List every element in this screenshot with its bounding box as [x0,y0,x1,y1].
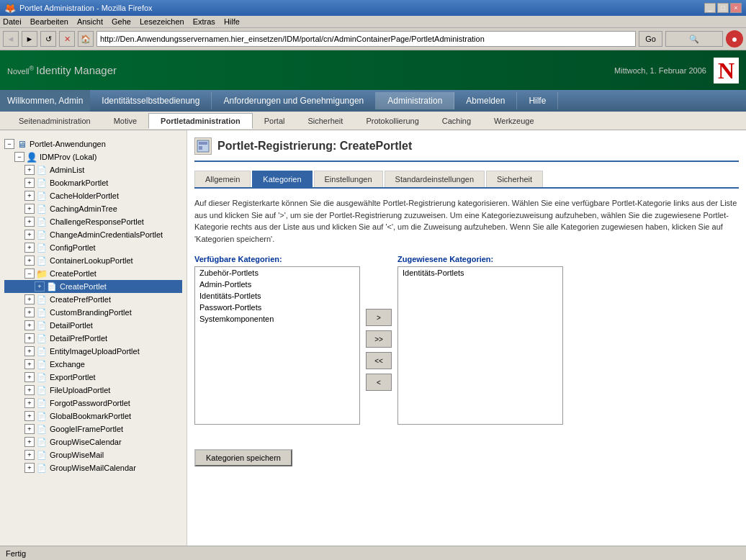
tree-entityimage[interactable]: + 📄 EntityImageUploadPortlet [4,345,182,358]
menu-ansicht[interactable]: Ansicht [77,17,103,26]
tree-export[interactable]: + 📄 ExportPortlet [4,371,182,384]
expand-icon-export[interactable]: + [24,372,35,382]
nav-item-requests[interactable]: Anforderungen und Genehmigungen [212,92,376,109]
nav-item-administration[interactable]: Administration [376,92,454,109]
assigned-item-identitat[interactable]: Identitäts-Portlets [398,267,562,279]
save-button[interactable]: Kategorien speichern [194,449,292,466]
assigned-list[interactable]: Identitäts-Portlets [397,266,563,425]
tab-kategorien[interactable]: Kategorien [252,171,312,187]
expand-icon-detailpref[interactable]: + [24,333,35,343]
expand-icon-createportlet-child[interactable]: + [35,281,45,292]
tree-changeadmin[interactable]: + 📄 ChangeAdminCredentialsPortlet [4,228,182,241]
expand-icon-custombranding[interactable]: + [24,307,35,317]
expand-icon-groupwisemailcal[interactable]: + [24,463,35,473]
tree-detail[interactable]: + 📄 DetailPortlet [4,319,182,332]
menu-hilfe[interactable]: Hilfe [224,17,240,26]
tree-detailpref[interactable]: + 📄 DetailPrefPortlet [4,332,182,345]
expand-icon-config[interactable]: + [24,243,35,253]
nav-item-identity[interactable]: Identitätsselbstbedienung [90,92,212,109]
tree-googleiframe[interactable]: + 📄 GoogleIFramePortlet [4,423,182,435]
expand-icon-root[interactable]: − [4,139,14,149]
tree-cachingtree[interactable]: + 📄 CachingAdminTree [4,202,182,215]
menu-gehe[interactable]: Gehe [112,17,131,26]
back-button[interactable]: ◄ [3,31,19,47]
maximize-button[interactable]: □ [717,3,729,13]
tab-einstellungen[interactable]: Einstellungen [314,171,383,187]
available-list[interactable]: Zubehör-Portlets Admin-Portlets Identitä… [194,266,360,425]
tree-exchange[interactable]: + 📄 Exchange [4,358,182,371]
nav2-sicherheit[interactable]: Sicherheit [296,114,354,128]
expand-icon-containerlookup[interactable]: + [24,256,35,266]
nav2-protokollierung[interactable]: Protokollierung [354,114,430,128]
tree-idmprov[interactable]: − 👤 IDMProv (Lokal) [4,150,182,163]
list-item-passwort[interactable]: Passwort-Portlets [195,302,359,313]
expand-icon-exchange[interactable]: + [24,359,35,369]
window-controls[interactable]: _ □ × [704,3,742,13]
menu-lesezeichen[interactable]: Lesezeichen [140,17,184,26]
tree-groupwisemail[interactable]: + 📄 GroupWiseMail [4,448,182,461]
tree-cacheholder[interactable]: + 📄 CacheHolderPortlet [4,189,182,202]
expand-icon-changeadmin[interactable]: + [24,230,35,240]
tree-custombranding[interactable]: + 📄 CustomBrandingPortlet [4,306,182,319]
expand-icon-adminlist[interactable]: + [24,165,35,175]
tree-root-item[interactable]: − 🖥 Portlet-Anwendungen [4,137,182,150]
close-button[interactable]: × [730,3,742,13]
expand-icon-forgotpassword[interactable]: + [24,398,35,408]
address-input[interactable] [96,31,636,47]
home-button[interactable]: 🏠 [78,31,94,47]
menu-datei[interactable]: Datei [3,17,22,26]
tree-bookmarkportlet[interactable]: + 📄 BookmarkPortlet [4,176,182,189]
remove-one-button[interactable]: < [366,374,392,391]
expand-icon-cachingtree[interactable]: + [24,204,35,214]
tree-groupwisecal[interactable]: + 📄 GroupWiseCalendar [4,435,182,448]
list-item-admin[interactable]: Admin-Portlets [195,279,359,290]
expand-icon-bookmark[interactable]: + [24,178,35,188]
list-item-zubehor[interactable]: Zubehör-Portlets [195,267,359,279]
tree-forgotpassword[interactable]: + 📄 ForgotPasswordPortlet [4,397,182,410]
expand-icon-globalbookmark[interactable]: + [24,411,35,421]
nav2-portletadmin[interactable]: Portletadministration [148,113,253,129]
expand-icon-groupwisecal[interactable]: + [24,437,35,447]
nav2-portal[interactable]: Portal [253,114,297,128]
tree-adminlist[interactable]: + 📄 AdminList [4,163,182,176]
nav2-caching[interactable]: Caching [431,114,482,128]
tree-createpref[interactable]: + 📄 CreatePrefPortlet [4,293,182,306]
nav2-motive[interactable]: Motive [102,114,148,128]
tree-containerlookup[interactable]: + 📄 ContainerLookupPortlet [4,254,182,267]
menu-extras[interactable]: Extras [193,17,215,26]
nav-item-logout[interactable]: Abmelden [454,92,517,109]
list-item-system[interactable]: Systemkomponenten [195,313,359,325]
tab-standardeinstellungen[interactable]: Standardeinstellungen [385,171,485,187]
forward-button[interactable]: ► [22,31,37,47]
nav2-seitenadmin[interactable]: Seitenadministration [7,114,102,128]
tree-config[interactable]: + 📄 ConfigPortlet [4,241,182,254]
expand-icon-entityimage[interactable]: + [24,346,35,356]
tree-createportlet-folder[interactable]: − 📁 CreatePortlet [4,267,182,280]
expand-icon-cacheholder[interactable]: + [24,191,35,201]
nav2-werkzeuge[interactable]: Werkzeuge [482,114,545,128]
expand-icon-fileupload[interactable]: + [24,385,35,395]
expand-icon-groupwisemail[interactable]: + [24,450,35,460]
expand-icon-googleiframe[interactable]: + [24,424,35,434]
reload-button[interactable]: ↺ [40,31,56,47]
tree-groupwisemailcal[interactable]: + 📄 GroupWiseMailCalendar [4,461,182,474]
tree-createportlet-child[interactable]: + 📄 CreatePortlet [4,280,182,293]
stop-button[interactable]: ✕ [59,31,75,47]
remove-all-button[interactable]: << [366,352,392,369]
nav-item-help[interactable]: Hilfe [517,92,558,109]
expand-icon-createpref[interactable]: + [24,294,35,304]
expand-icon-idmprov[interactable]: − [14,152,24,162]
expand-icon-createportlet[interactable]: − [24,268,35,279]
tree-globalbookmark[interactable]: + 📄 GlobalBookmarkPortlet [4,410,182,423]
add-all-button[interactable]: >> [366,330,392,348]
tree-fileupload[interactable]: + 📄 FileUploadPortlet [4,384,182,397]
list-item-identitat[interactable]: Identitäts-Portlets [195,290,359,302]
search-icon[interactable]: 🔍 [665,31,723,47]
minimize-button[interactable]: _ [704,3,716,13]
expand-icon-challenge[interactable]: + [24,217,35,227]
tree-challenge[interactable]: + 📄 ChallengeResponsePortlet [4,215,182,228]
tab-allgemein[interactable]: Allgemein [194,171,251,187]
menu-bearbeiten[interactable]: Bearbeiten [30,17,68,26]
tab-sicherheit[interactable]: Sicherheit [486,171,543,187]
add-one-button[interactable]: > [366,309,392,326]
